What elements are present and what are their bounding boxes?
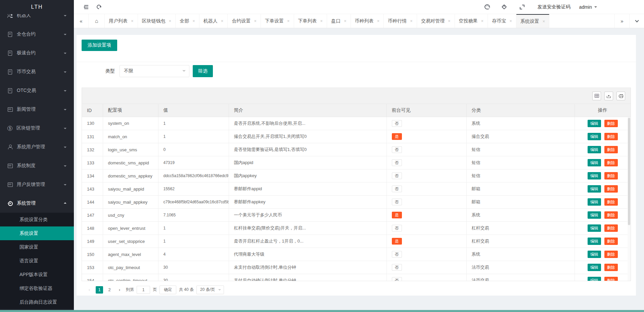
tab-close-icon[interactable]: × xyxy=(448,18,451,23)
delete-button[interactable]: 删除 xyxy=(604,172,618,179)
delete-button[interactable]: 删除 xyxy=(604,133,618,140)
page-size-select[interactable]: 20 条/页 xyxy=(196,285,224,294)
prev-page-button[interactable]: ‹ xyxy=(86,286,93,294)
table-scrollbar-thumb[interactable] xyxy=(628,118,630,225)
edit-button[interactable]: 编辑 xyxy=(588,211,601,219)
tab-close-icon[interactable]: × xyxy=(320,18,323,23)
edit-button[interactable]: 编辑 xyxy=(588,185,601,193)
delete-button[interactable]: 删除 xyxy=(604,264,618,271)
delete-button[interactable]: 删除 xyxy=(604,120,618,127)
tab[interactable]: 区块链钱包 × xyxy=(138,14,176,28)
delete-button[interactable]: 删除 xyxy=(604,224,618,232)
sidebar-subitem[interactable]: 绑定谷歌验证器 xyxy=(0,281,74,295)
toggle-columns-button[interactable] xyxy=(592,92,601,100)
sidebar-subitem[interactable]: APP版本设置 xyxy=(0,268,74,281)
sidebar-item[interactable]: 系统管理 xyxy=(0,194,74,213)
delete-button[interactable]: 删除 xyxy=(604,238,618,245)
sidebar-item[interactable]: 系统制度 xyxy=(0,156,74,175)
tab-close-icon[interactable]: × xyxy=(169,18,172,23)
delete-button[interactable]: 删除 xyxy=(604,211,618,219)
tab[interactable]: 存币宝 × xyxy=(488,14,516,28)
delete-button[interactable]: 删除 xyxy=(604,146,618,153)
tab[interactable]: 交易对管理 × xyxy=(417,14,455,28)
edit-button[interactable]: 编辑 xyxy=(588,277,601,281)
send-security-code-button[interactable]: 发送安全验证码 xyxy=(533,4,575,10)
sidebar-item[interactable]: 用户反馈管理 xyxy=(0,175,74,194)
edit-button[interactable]: 编辑 xyxy=(588,238,601,245)
edit-button[interactable]: 编辑 xyxy=(588,159,601,166)
sidebar-subitem[interactable]: 国家设置 xyxy=(0,240,74,254)
tab-close-icon[interactable]: × xyxy=(509,18,512,23)
delete-button[interactable]: 删除 xyxy=(604,198,618,206)
sidebar-item[interactable]: OTC交易 xyxy=(0,81,74,100)
edit-button[interactable]: 编辑 xyxy=(588,198,601,206)
type-select[interactable]: 不限 xyxy=(120,65,189,77)
sidebar-subitem[interactable]: 系统设置分类 xyxy=(0,213,74,226)
sidebar-item[interactable]: 区块链管理 xyxy=(0,119,74,138)
fullscreen-button[interactable] xyxy=(515,0,529,14)
tab[interactable]: 机器人 × xyxy=(199,14,228,28)
edit-button[interactable]: 编辑 xyxy=(588,264,601,271)
tab[interactable]: 下单设置 × xyxy=(261,14,294,28)
delete-button[interactable]: 删除 xyxy=(604,159,618,166)
tab[interactable]: 用户列表 × xyxy=(105,14,138,28)
tab-close-icon[interactable]: × xyxy=(287,18,290,23)
refresh-button[interactable] xyxy=(92,0,105,14)
tag-button[interactable] xyxy=(498,0,511,14)
sidebar-item[interactable]: 全仓合约 xyxy=(0,25,74,44)
tab[interactable]: 系统设置 × xyxy=(516,14,550,28)
tab[interactable]: 币种行情 × xyxy=(384,14,417,28)
tab-close-icon[interactable]: × xyxy=(481,18,484,23)
tab-close-icon[interactable]: × xyxy=(131,18,134,23)
delete-button[interactable]: 删除 xyxy=(604,251,618,258)
tabs-menu-button[interactable] xyxy=(629,14,644,28)
sidebar-item[interactable]: 系统用户管理 xyxy=(0,138,74,156)
export-button[interactable] xyxy=(604,92,613,100)
tab[interactable]: 盘口 × xyxy=(327,14,351,28)
next-page-button[interactable]: › xyxy=(116,286,123,294)
collapse-menu-button[interactable] xyxy=(79,0,92,14)
cell-value: 1 xyxy=(158,235,229,248)
sidebar-subitem[interactable]: 后台路由日志设置 xyxy=(0,295,74,309)
edit-button[interactable]: 编辑 xyxy=(588,172,601,179)
goto-confirm-button[interactable]: 确定 xyxy=(159,285,176,294)
filter-button[interactable]: 筛选 xyxy=(193,65,213,77)
fullscreen-icon xyxy=(520,5,524,9)
tab-close-icon[interactable]: × xyxy=(543,19,545,24)
goto-page-input[interactable] xyxy=(137,286,150,294)
tabs-scroll-left-button[interactable]: « xyxy=(74,14,89,28)
tab-close-icon[interactable]: × xyxy=(344,18,347,23)
sidebar-item[interactable]: 新闻管理 xyxy=(0,100,74,119)
edit-button[interactable]: 编辑 xyxy=(588,120,601,127)
user-menu[interactable]: admin xyxy=(579,4,597,10)
tab[interactable]: 币种列表 × xyxy=(351,14,384,28)
tab[interactable]: 全部 × xyxy=(176,14,199,28)
print-button[interactable] xyxy=(616,92,625,100)
sidebar-subitem[interactable]: 系统设置 xyxy=(0,226,74,240)
sidebar-subitem[interactable]: 语言设置 xyxy=(0,254,74,268)
sidebar-item[interactable]: 极速合约 xyxy=(0,44,74,62)
add-setting-button[interactable]: 添加设置项 xyxy=(82,40,117,51)
tab[interactable]: 下单列表 × xyxy=(294,14,327,28)
tabs-scroll-right-button[interactable]: » xyxy=(614,14,629,28)
tab-home[interactable]: ⌂ xyxy=(89,14,105,28)
edit-button[interactable]: 编辑 xyxy=(588,251,601,258)
tab-close-icon[interactable]: × xyxy=(377,18,380,23)
edit-button[interactable]: 编辑 xyxy=(588,133,601,140)
tab-close-icon[interactable]: × xyxy=(192,18,195,23)
page-number-button[interactable]: 1 xyxy=(96,286,103,294)
tab[interactable]: 合约设置 × xyxy=(228,14,261,28)
sidebar-item[interactable]: 币币交易 xyxy=(0,62,74,81)
tab-close-icon[interactable]: × xyxy=(410,18,413,23)
tab[interactable]: 空投糖果 × xyxy=(455,14,488,28)
table-scrollbar[interactable] xyxy=(628,117,631,281)
tab-close-icon[interactable]: × xyxy=(254,18,257,23)
page-number-button[interactable]: 2 xyxy=(106,286,113,294)
delete-button[interactable]: 删除 xyxy=(604,277,618,281)
tab-close-icon[interactable]: × xyxy=(221,18,224,23)
delete-button[interactable]: 删除 xyxy=(604,185,618,193)
edit-button[interactable]: 编辑 xyxy=(588,146,601,153)
bottom-scroll-strip[interactable] xyxy=(0,310,644,312)
theme-button[interactable] xyxy=(480,0,494,14)
edit-button[interactable]: 编辑 xyxy=(588,224,601,232)
